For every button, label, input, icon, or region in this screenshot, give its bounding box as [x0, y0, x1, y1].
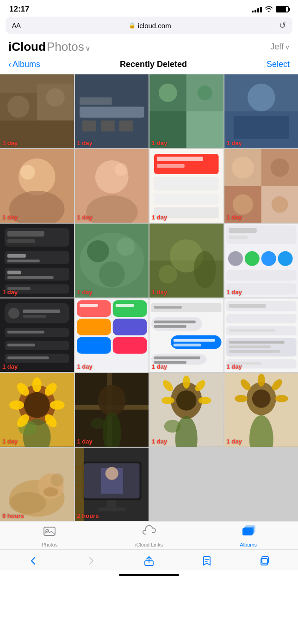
- svg-rect-49: [7, 231, 44, 237]
- browser-address-bar[interactable]: AA 🔒 icloud.com ↺: [6, 17, 292, 34]
- user-menu[interactable]: Jeff ∨: [270, 42, 290, 52]
- svg-point-163: [9, 492, 46, 514]
- wifi-icon: [265, 6, 273, 13]
- svg-point-61: [87, 240, 109, 262]
- svg-point-18: [198, 85, 212, 100]
- svg-rect-52: [7, 254, 26, 258]
- browser-refresh-button[interactable]: ↺: [279, 20, 286, 30]
- photo-cell[interactable]: 1 day: [75, 74, 149, 148]
- photo-label: 9 hours: [2, 512, 24, 519]
- photo-cell[interactable]: 1 day: [224, 224, 298, 298]
- photo-cell[interactable]: 1 day: [149, 149, 224, 223]
- svg-rect-95: [76, 337, 111, 353]
- photo-cell[interactable]: 1 day: [0, 224, 74, 298]
- browser-aa-button[interactable]: AA: [12, 22, 21, 29]
- svg-point-148: [199, 397, 211, 404]
- svg-point-143: [176, 390, 197, 411]
- svg-rect-36: [157, 156, 203, 161]
- app-name-light: Photos: [47, 40, 84, 54]
- photo-cell[interactable]: 1 day: [224, 74, 298, 148]
- svg-point-130: [50, 401, 65, 410]
- photo-cell[interactable]: 1 day: [149, 373, 224, 447]
- back-button[interactable]: ‹ Albums: [8, 60, 40, 69]
- svg-rect-105: [171, 335, 222, 349]
- photo-label: 1 day: [152, 214, 167, 221]
- svg-rect-11: [79, 97, 112, 105]
- photo-cell[interactable]: 9 hours: [0, 448, 74, 522]
- photo-grid: 1 day 1 day 1: [0, 74, 298, 521]
- svg-point-133: [9, 401, 24, 410]
- svg-rect-85: [7, 330, 44, 333]
- photo-cell[interactable]: 1 day: [75, 149, 149, 223]
- photo-label: 1 day: [227, 140, 242, 146]
- svg-rect-172: [98, 507, 125, 511]
- photo-cell[interactable]: 1 day: [0, 74, 74, 148]
- svg-rect-176: [75, 503, 84, 504]
- svg-point-81: [8, 307, 19, 318]
- svg-rect-175: [75, 484, 84, 486]
- app-name-bold: iCloud: [8, 40, 46, 54]
- photo-cell[interactable]: 1 day: [149, 298, 224, 372]
- photos-tab-icon: [43, 525, 56, 541]
- svg-rect-8: [82, 121, 96, 132]
- svg-point-146: [183, 376, 190, 389]
- photo-cell[interactable]: 1 day: [75, 298, 149, 372]
- svg-point-74: [244, 251, 259, 266]
- svg-rect-7: [79, 107, 144, 118]
- svg-point-30: [114, 163, 127, 176]
- browser-share-button[interactable]: [135, 555, 163, 566]
- battery-icon: [276, 6, 289, 12]
- svg-rect-93: [76, 318, 111, 335]
- svg-rect-116: [229, 328, 275, 331]
- page-title: Recently Deleted: [120, 60, 187, 69]
- browser-nav-bar: [0, 549, 298, 570]
- photo-cell[interactable]: 1 day: [0, 298, 74, 372]
- browser-tabs-button[interactable]: [251, 555, 279, 566]
- photo-cell[interactable]: 1 day: [224, 373, 298, 447]
- photo-cell[interactable]: 2 hours: [75, 448, 149, 522]
- photo-cell[interactable]: 1 day: [0, 373, 74, 447]
- photo-cell[interactable]: 1 day: [149, 74, 224, 148]
- svg-point-128: [32, 377, 42, 392]
- photo-cell[interactable]: 1 day: [224, 149, 298, 223]
- browser-back-button[interactable]: [19, 556, 47, 566]
- home-indicator: [0, 570, 298, 579]
- svg-rect-114: [226, 314, 296, 323]
- svg-rect-9: [100, 121, 114, 132]
- browser-url-text: icloud.com: [138, 22, 171, 30]
- svg-point-75: [261, 251, 276, 266]
- svg-rect-10: [119, 121, 133, 132]
- svg-rect-107: [174, 343, 201, 346]
- signal-icon: [252, 6, 262, 12]
- svg-point-76: [278, 251, 292, 266]
- tab-icloud-links[interactable]: iCloud Links: [130, 525, 168, 547]
- svg-point-155: [257, 374, 265, 387]
- select-button[interactable]: Select: [267, 60, 290, 69]
- svg-rect-82: [23, 309, 60, 313]
- tab-photos[interactable]: Photos: [31, 525, 68, 547]
- svg-rect-71: [229, 228, 256, 233]
- svg-rect-53: [7, 260, 40, 262]
- svg-rect-91: [76, 300, 111, 316]
- svg-rect-89: [7, 356, 49, 359]
- svg-point-125: [24, 392, 50, 418]
- photo-cell[interactable]: 1 day: [149, 224, 224, 298]
- svg-rect-50: [7, 239, 35, 243]
- photo-cell[interactable]: 1 day: [0, 149, 74, 223]
- photo-label: 1 day: [2, 438, 18, 445]
- svg-point-170: [105, 467, 118, 480]
- photo-label: 1 day: [77, 214, 93, 221]
- photo-cell[interactable]: 1 day: [75, 224, 149, 298]
- photo-label: 1 day: [152, 289, 167, 296]
- browser-bookmarks-button[interactable]: [193, 555, 221, 566]
- photo-label: 2 hours: [77, 512, 99, 519]
- photo-cell[interactable]: 1 day: [75, 373, 149, 447]
- tab-albums[interactable]: Albums: [230, 525, 267, 547]
- browser-forward-button[interactable]: [77, 556, 105, 566]
- photo-label: 1 day: [77, 438, 93, 445]
- icloud-title[interactable]: iCloud Photos ∨: [8, 40, 91, 54]
- photo-cell[interactable]: 1 day: [224, 298, 298, 372]
- icloud-header: iCloud Photos ∨ Jeff ∨: [0, 38, 298, 59]
- photo-label: 1 day: [227, 289, 242, 296]
- svg-rect-34: [154, 193, 219, 204]
